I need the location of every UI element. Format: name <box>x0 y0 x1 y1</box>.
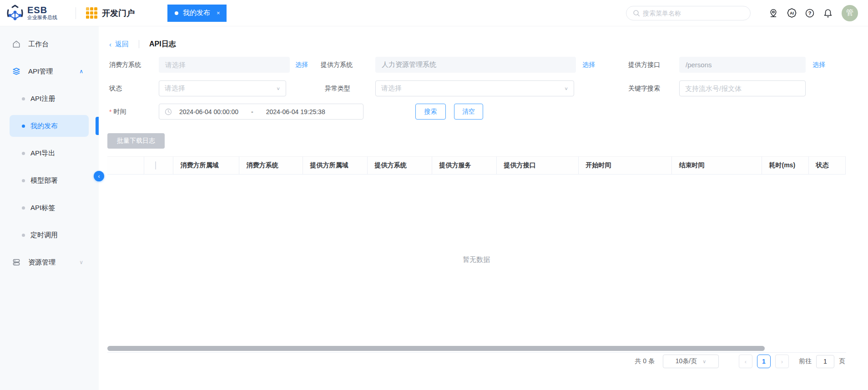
sidebar-item-label: 定时调用 <box>30 231 58 240</box>
sidebar-item-model-deploy[interactable]: 模型部署 <box>0 170 99 191</box>
column-header: 提供方接口 <box>496 157 578 175</box>
checkbox-column-header <box>144 157 173 175</box>
menu-search-input[interactable] <box>643 10 744 17</box>
logo-subtitle: 企业服务总线 <box>27 15 57 20</box>
exception-type-select[interactable]: 请选择 ∨ <box>375 80 574 96</box>
sidebar-item-api-register[interactable]: API注册 <box>0 88 99 110</box>
next-page-button[interactable]: › <box>775 355 789 368</box>
sidebar-item-workbench[interactable]: 工作台 <box>0 33 99 55</box>
portal-home[interactable]: 开发门户 <box>86 7 135 19</box>
scrollbar-thumb[interactable] <box>107 346 765 351</box>
consumer-system-pick-link[interactable]: 选择 <box>295 57 308 73</box>
server-icon <box>12 258 21 267</box>
status-select[interactable]: 请选择 ∨ <box>159 80 286 96</box>
bullet-dot-icon <box>22 152 25 155</box>
sidebar-item-my-publish[interactable]: 我的发布 <box>0 115 99 137</box>
current-page-button[interactable]: 1 <box>757 355 771 368</box>
sidebar-item-resource-management[interactable]: 资源管理 ∨ <box>0 251 99 273</box>
svg-text:?: ? <box>808 10 812 15</box>
sidebar-item-label: API注册 <box>30 95 55 103</box>
time-label: * 时间 <box>109 104 126 120</box>
portal-name: 开发门户 <box>102 8 135 19</box>
keyword-search-label: 关键字搜索 <box>628 80 660 96</box>
search-button[interactable]: 搜索 <box>415 104 446 120</box>
select-all-checkbox[interactable] <box>155 161 156 170</box>
tab-active-dot <box>175 11 178 15</box>
bullet-dot-icon <box>22 179 25 182</box>
sidebar-collapse-toggle[interactable]: ‹ <box>94 171 104 181</box>
sidebar-item-label: API导出 <box>30 149 55 158</box>
menu-search-box[interactable] <box>626 6 751 20</box>
chevron-down-icon: ∨ <box>564 86 568 91</box>
portal-grid-icon <box>86 7 97 19</box>
bullet-dot-icon <box>22 97 25 100</box>
time-end-value: 2024-06-04 19:25:38 <box>266 108 325 115</box>
chevron-down-icon: ∨ <box>79 259 83 265</box>
sidebar-item-api-tags[interactable]: API标签 <box>0 197 99 219</box>
filter-row-2: 状态 请选择 ∨ 异常类型 请选择 ∨ 关键字搜索 <box>99 80 868 96</box>
goto-label: 前往 <box>799 357 812 365</box>
help-icon[interactable]: ? <box>804 8 815 19</box>
tab-label: 我的发布 <box>183 9 210 17</box>
page-size-select[interactable]: 10条/页 ∨ <box>663 355 719 368</box>
consumer-system-input[interactable] <box>159 57 290 73</box>
chevron-up-icon: ∧ <box>79 68 83 75</box>
sidebar-item-label: 我的发布 <box>30 122 58 130</box>
page-suffix-label: 页 <box>839 357 845 365</box>
location-pin-icon[interactable] <box>768 8 779 19</box>
column-header: 提供方所属域 <box>303 157 367 175</box>
tab-my-publish[interactable]: 我的发布 × <box>167 5 227 22</box>
status-label: 状态 <box>109 80 122 96</box>
empty-state-text: 暂无数据 <box>107 255 845 264</box>
exception-type-label: 异常类型 <box>325 80 350 96</box>
exception-type-placeholder: 请选择 <box>381 84 564 93</box>
sidebar-item-label: 模型部署 <box>30 176 58 185</box>
svg-text:AI: AI <box>789 11 793 15</box>
user-avatar[interactable]: 管 <box>842 5 858 21</box>
provider-system-input[interactable] <box>375 57 576 73</box>
notification-bell-icon[interactable] <box>823 8 833 19</box>
provider-api-label: 提供方接口 <box>628 57 660 73</box>
back-button[interactable]: ‹ 返回 <box>109 40 129 49</box>
required-asterisk: * <box>109 108 111 115</box>
expand-column-header <box>107 157 144 175</box>
sidebar-item-api-management[interactable]: API管理 ∧ <box>0 60 99 82</box>
prev-page-button[interactable]: ‹ <box>739 355 752 368</box>
provider-system-pick-link[interactable]: 选择 <box>582 57 595 73</box>
column-header: 开始时间 <box>578 157 671 175</box>
time-start-value: 2024-06-04 00:00:00 <box>179 108 238 115</box>
pagination-bar: 共 0 条 10条/页 ∨ ‹ 1 › 前往 页 <box>107 352 846 370</box>
goto-page-input[interactable] <box>816 355 834 368</box>
provider-api-pick-link[interactable]: 选择 <box>812 57 825 73</box>
column-header: 提供方服务 <box>432 157 496 175</box>
layers-icon <box>12 67 21 76</box>
home-icon <box>12 40 21 49</box>
sidebar-item-api-export[interactable]: API导出 <box>0 142 99 164</box>
top-header: ESB 企业服务总线 开发门户 我的发布 × <box>0 0 868 26</box>
time-range-picker[interactable]: 2024-06-04 00:00:00 - 2024-06-04 19:25:3… <box>159 104 363 120</box>
sidebar-item-label: API管理 <box>28 67 53 76</box>
table-body: 暂无数据 <box>107 175 845 345</box>
tab-close-icon[interactable]: × <box>217 10 220 16</box>
keyword-search-input[interactable] <box>679 80 806 96</box>
sidebar-item-scheduled-call[interactable]: 定时调用 <box>0 224 99 246</box>
chevron-down-icon: ∨ <box>276 86 280 91</box>
time-separator: - <box>251 108 253 115</box>
active-rail <box>96 117 99 135</box>
column-header: 消费方所属域 <box>173 157 239 175</box>
breadcrumb: ‹ 返回 API日志 <box>109 37 176 51</box>
horizontal-scrollbar <box>107 345 845 351</box>
provider-api-input[interactable] <box>679 57 806 73</box>
batch-download-button[interactable]: 批量下载日志 <box>107 133 165 149</box>
page-size-value: 10条/页 <box>676 357 697 365</box>
page-title: API日志 <box>149 40 176 49</box>
chevron-left-icon: ‹ <box>109 40 111 48</box>
ai-assistant-icon[interactable]: AI <box>786 8 797 19</box>
search-icon <box>633 10 640 17</box>
clear-button[interactable]: 清空 <box>454 104 483 120</box>
esb-network-icon <box>6 5 24 22</box>
filter-row-1: 消费方系统 选择 提供方系统 选择 提供方接口 选择 <box>99 57 868 73</box>
sidebar-item-label: API标签 <box>30 204 55 212</box>
header-divider <box>76 7 76 19</box>
clock-icon <box>165 108 172 115</box>
